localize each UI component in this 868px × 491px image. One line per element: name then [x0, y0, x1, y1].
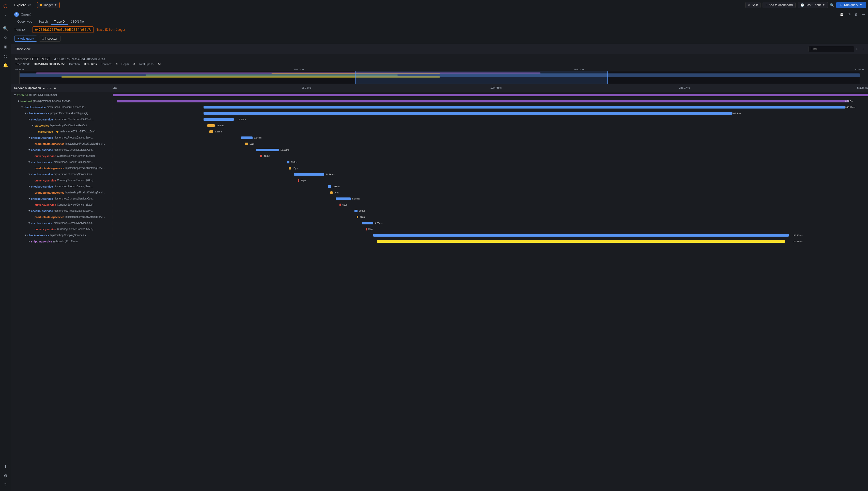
table-row[interactable]: ▼ checkoutservice hipstershop.CurrencySe…	[11, 220, 868, 226]
table-row[interactable]: productcatalogservice hipstershop.Produc…	[11, 190, 868, 196]
tab-search[interactable]: Search	[35, 19, 51, 25]
tab-query-type[interactable]: Query type	[14, 19, 35, 25]
span-bar	[294, 173, 324, 176]
table-row[interactable]: currencyservice CurrencyService/Convert …	[11, 153, 868, 159]
tab-json-file[interactable]: JSON file	[68, 19, 87, 25]
table-row[interactable]: cartservice → redis-cart:6379 HGET (1.13…	[11, 128, 868, 135]
table-row[interactable]: ▼ checkoutservice hipstershop.CheckoutSe…	[11, 104, 868, 110]
find-more-icon[interactable]: ⋯	[860, 47, 864, 51]
inspector-button[interactable]: ℹ Inspector	[39, 36, 60, 42]
span-duration: 808µs	[359, 210, 365, 212]
datasource-button[interactable]: Jaeger ▼	[37, 2, 60, 8]
split-button[interactable]: ⧉ Split	[745, 2, 760, 8]
service-name: checkoutservice	[31, 185, 53, 188]
span-op: get-quote (181.98ms)	[53, 240, 78, 243]
col-collapse-all[interactable]: ⇊	[49, 86, 52, 89]
add-dashboard-button[interactable]: + Add to dashboard	[762, 2, 796, 8]
col-chevron-up[interactable]: ▲	[42, 86, 45, 89]
find-input[interactable]	[809, 46, 854, 52]
upload-icon[interactable]: ⬆	[2, 463, 10, 471]
save-icon[interactable]: 💾	[840, 13, 844, 16]
table-row[interactable]: ▼ checkoutservice prepareOrderItemsAndSh…	[11, 110, 868, 116]
span-timeline: 16µs	[113, 190, 868, 196]
span-toggle[interactable]: ▼	[27, 240, 31, 243]
table-row[interactable]: ▼ frontend grpc.hipstershop.CheckoutServ…	[11, 98, 868, 104]
span-toggle[interactable]: ▼	[27, 185, 31, 188]
span-toggle[interactable]: ▼	[27, 118, 31, 121]
span-toggle[interactable]: ▼	[27, 148, 31, 152]
span-toggle[interactable]: ▼	[17, 99, 20, 103]
span-timeline: 896µs	[113, 159, 868, 165]
search-icon[interactable]: 🔍	[2, 24, 10, 32]
star-icon[interactable]: ☆	[2, 33, 10, 42]
tick-1: 95.39ms	[302, 86, 311, 89]
table-row[interactable]: ▼ checkoutservice hipstershop.ShippingSe…	[11, 232, 868, 238]
span-timeline: 1.03ms	[113, 183, 868, 189]
app-title: Explore	[14, 3, 26, 7]
trash-icon[interactable]: 🗑	[855, 13, 858, 16]
zoom-out-icon[interactable]: 🔍	[830, 3, 834, 7]
span-toggle[interactable]: ▼	[27, 161, 31, 164]
span-duration: 62µs	[342, 204, 347, 206]
table-row[interactable]: ▼ checkoutservice hipstershop.ProductCat…	[11, 135, 868, 141]
table-row[interactable]: ▼ checkoutservice hipstershop.CartServic…	[11, 116, 868, 122]
table-row[interactable]: productcatalogservice hipstershop.Produc…	[11, 165, 868, 171]
datasource-dot	[40, 4, 42, 6]
span-toggle[interactable]: ▼	[20, 106, 24, 109]
span-toggle[interactable]: ▼	[24, 234, 27, 237]
span-toggle[interactable]: ▼	[31, 124, 35, 127]
eye-icon[interactable]: 👁	[848, 13, 851, 16]
span-service-col: ▼ checkoutservice hipstershop.ProductCat…	[11, 185, 113, 188]
trace-id-input[interactable]	[32, 26, 93, 33]
minimap[interactable]	[19, 71, 860, 84]
span-op: hipstershop.ProductCatalogService/...	[65, 215, 106, 218]
compass-icon[interactable]: ◎	[2, 52, 10, 60]
table-row[interactable]: currencyservice CurrencyService/Convert …	[11, 177, 868, 183]
service-name: checkoutservice	[31, 136, 53, 139]
span-timeline: 1.13ms	[113, 128, 868, 135]
table-row[interactable]: ▼ checkoutservice hipstershop.CurrencySe…	[11, 171, 868, 177]
sidebar-collapse-icon[interactable]: ›	[2, 11, 10, 19]
time-range-button[interactable]: 🕐 Last 1 hour ▼	[798, 2, 828, 8]
grafana-logo-icon[interactable]: ⬡	[2, 2, 10, 10]
span-toggle[interactable]: ▼	[27, 221, 31, 225]
span-toggle[interactable]: ▼	[27, 136, 31, 140]
grid-icon[interactable]: ⊞	[2, 43, 10, 51]
table-row[interactable]: ▼ cartservice hipstershop.CartService/Ge…	[11, 122, 868, 128]
more-icon[interactable]: ⋯	[862, 13, 865, 16]
datasource-label: Jaeger	[43, 3, 53, 7]
table-row[interactable]: ▼ checkoutservice hipstershop.CurrencySe…	[11, 147, 868, 153]
find-add-icon[interactable]: +	[856, 47, 858, 51]
table-row[interactable]: ▼ checkoutservice hipstershop.CurrencySe…	[11, 196, 868, 202]
bell-icon[interactable]: 🔔	[2, 61, 10, 69]
span-toggle[interactable]: ▼	[27, 173, 31, 176]
add-query-button[interactable]: + Add query	[14, 36, 37, 42]
span-toggle[interactable]: ▼	[27, 209, 31, 213]
split-icon: ⧉	[748, 3, 750, 7]
table-row[interactable]: productcatalogservice hipstershop.Produc…	[11, 141, 868, 147]
service-name: checkoutservice	[27, 234, 49, 237]
span-toggle[interactable]: ▼	[27, 197, 31, 201]
span-toggle[interactable]: ▼	[13, 93, 17, 97]
table-row[interactable]: ▼ checkoutservice hipstershop.ProductCat…	[11, 183, 868, 190]
help-icon[interactable]: ?	[2, 481, 10, 489]
table-row[interactable]: currencyservice CurrencyService/Convert …	[11, 202, 868, 208]
span-duration: 14.28ms	[237, 118, 246, 121]
span-toggle[interactable]: ▼	[24, 112, 27, 115]
table-row[interactable]: productcatalogservice hipstershop.Produc…	[11, 214, 868, 220]
table-row[interactable]: ▼ frontend HTTP POST (381.56ms)	[11, 92, 868, 98]
tick-4: 381.56ms	[857, 86, 868, 89]
table-row[interactable]: ▼ shippingservice get-quote (181.98ms) 1…	[11, 238, 868, 244]
col-expand-all[interactable]: ››	[54, 86, 56, 89]
tab-trace-id[interactable]: TraceID	[51, 19, 68, 25]
col-chevron-right[interactable]: ›	[47, 86, 48, 89]
span-duration: 25µs	[368, 228, 373, 231]
span-timeline: 364.6ms	[113, 98, 868, 104]
table-row[interactable]: currencyservice CurrencyService/Convert …	[11, 226, 868, 232]
table-row[interactable]: ▼ checkoutservice hipstershop.ProductCat…	[11, 208, 868, 214]
settings-icon[interactable]: ⚙	[2, 472, 10, 480]
run-query-button[interactable]: ↻ Run query ▼	[836, 2, 866, 8]
table-row[interactable]: ▼ checkoutservice hipstershop.ProductCat…	[11, 159, 868, 165]
nav-share-icon[interactable]: ⇄	[28, 3, 31, 7]
minimap-highlight[interactable]	[356, 71, 607, 84]
